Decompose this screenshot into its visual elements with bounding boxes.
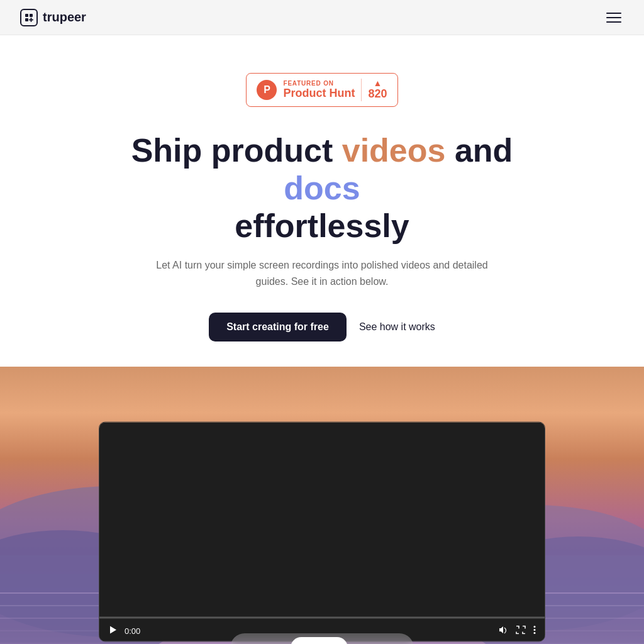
hamburger-menu[interactable] bbox=[604, 10, 624, 25]
svg-point-17 bbox=[534, 626, 536, 628]
svg-marker-16 bbox=[110, 626, 116, 633]
main-headline: Ship product videos and docs effortlessl… bbox=[102, 132, 542, 245]
svg-point-19 bbox=[534, 632, 536, 634]
start-creating-button[interactable]: Start creating for free bbox=[209, 313, 347, 341]
ph-votes: ▲ 820 bbox=[368, 79, 387, 101]
tab-before[interactable]: Before bbox=[235, 637, 288, 644]
video-progress-bar[interactable] bbox=[99, 616, 545, 618]
product-hunt-text: FEATURED ON Product Hunt bbox=[283, 80, 355, 100]
headline-part2: and bbox=[445, 132, 513, 169]
hamburger-line-2 bbox=[606, 17, 621, 18]
ph-featured-label: FEATURED ON bbox=[283, 80, 333, 87]
ph-name: Product Hunt bbox=[283, 87, 355, 100]
headline-part1: Ship product bbox=[131, 132, 342, 169]
logo: trupeer bbox=[20, 9, 86, 26]
tab-docs-icon: ⊡ bbox=[363, 642, 371, 644]
headline-docs: docs bbox=[284, 170, 360, 206]
hero-section: P FEATURED ON Product Hunt ▲ 820 Ship pr… bbox=[0, 35, 644, 367]
video-content-area[interactable] bbox=[99, 422, 545, 641]
product-hunt-logo: P bbox=[257, 80, 277, 100]
see-how-it-works-button[interactable]: See how it works bbox=[359, 321, 435, 333]
svg-point-18 bbox=[534, 629, 536, 631]
product-hunt-badge[interactable]: P FEATURED ON Product Hunt ▲ 820 bbox=[246, 73, 397, 107]
cta-row: Start creating for free See how it works bbox=[209, 313, 435, 341]
svg-rect-1 bbox=[30, 14, 33, 17]
hamburger-line-1 bbox=[606, 13, 621, 14]
video-background: 0:00 Before ✦ bbox=[0, 367, 644, 644]
headline-videos: videos bbox=[342, 132, 446, 169]
video-player: 0:00 bbox=[99, 421, 545, 641]
volume-button[interactable] bbox=[498, 625, 508, 636]
hamburger-line-3 bbox=[606, 21, 621, 23]
navbar: trupeer bbox=[0, 0, 644, 35]
tab-after[interactable]: ✦ After bbox=[291, 637, 348, 644]
ph-vote-count: 820 bbox=[368, 87, 387, 101]
video-right-controls bbox=[498, 625, 536, 636]
ph-arrow-icon: ▲ bbox=[374, 79, 382, 87]
tab-docs[interactable]: ⊡ Docs bbox=[350, 637, 409, 644]
logo-icon bbox=[20, 9, 38, 26]
svg-rect-0 bbox=[25, 14, 28, 17]
hero-subheadline: Let AI turn your simple screen recording… bbox=[146, 257, 498, 289]
fullscreen-button[interactable] bbox=[516, 625, 526, 636]
more-options-button[interactable] bbox=[533, 625, 536, 636]
video-section: 0:00 Before ✦ bbox=[0, 367, 644, 644]
headline-part3: effortlessly bbox=[235, 208, 409, 244]
play-button[interactable] bbox=[108, 625, 117, 636]
logo-text: trupeer bbox=[43, 10, 86, 25]
view-tab-bar: Before ✦ After ⊡ Docs bbox=[230, 633, 414, 644]
ph-divider bbox=[361, 79, 362, 101]
svg-rect-2 bbox=[25, 18, 28, 21]
tab-after-icon: ✦ bbox=[303, 642, 311, 644]
